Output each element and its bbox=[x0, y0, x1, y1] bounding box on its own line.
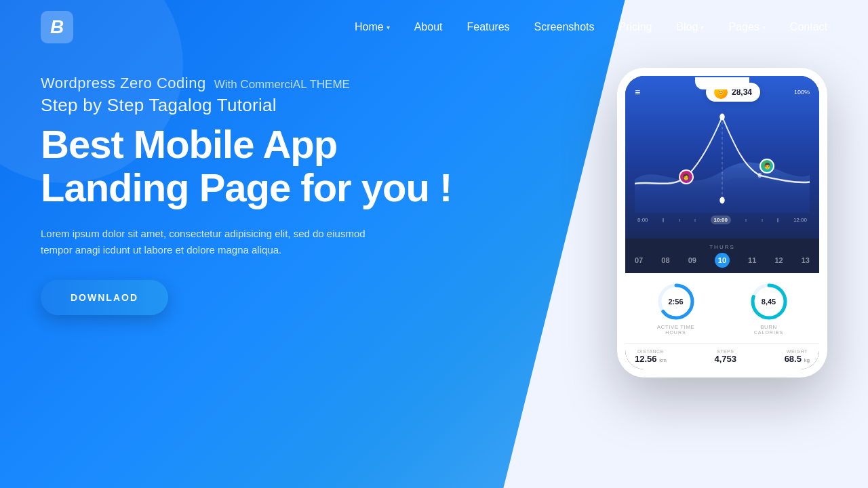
active-time-value: 2:56 bbox=[668, 298, 683, 306]
hero-line1: Wordpress Zero Coding With CommerciAL TH… bbox=[41, 75, 461, 92]
phone-outer: ≡ 100% 😊 28,34 bbox=[617, 68, 827, 378]
page-wrapper: B Home ▾ About Features Scre bbox=[0, 0, 868, 488]
chevron-down-icon: ▾ bbox=[762, 24, 766, 31]
hero-subtitle-suffix: With CommerciAL THEME bbox=[214, 78, 350, 92]
stats-row: 2:56 Active time HOURS bbox=[625, 273, 819, 343]
stat-circle-active: 2:56 bbox=[656, 281, 696, 322]
nav-link-pages[interactable]: Pages ▾ bbox=[728, 21, 765, 33]
cal-day-12: 12 bbox=[774, 256, 783, 264]
svg-point-2 bbox=[719, 197, 724, 204]
cal-day-11: 11 bbox=[748, 256, 756, 264]
nav-link-contact[interactable]: Contact bbox=[790, 21, 827, 33]
svg-point-1 bbox=[719, 114, 724, 121]
nav-link-about[interactable]: About bbox=[414, 21, 443, 33]
download-button[interactable]: DOWNLAOD bbox=[41, 280, 168, 315]
cal-day-07: 07 bbox=[635, 256, 643, 264]
time-label-12: 12:00 bbox=[793, 217, 807, 223]
navbar: B Home ▾ About Features Scre bbox=[0, 0, 868, 54]
phone-screen: ≡ 100% 😊 28,34 bbox=[625, 76, 819, 369]
distance-label: Distance bbox=[635, 349, 667, 354]
nav-item-blog[interactable]: Blog ▾ bbox=[676, 21, 704, 33]
hero-subtitle-main: Wordpress Zero Coding bbox=[41, 75, 206, 92]
distance-value: 12.56 km bbox=[635, 354, 667, 364]
time-slider: 8:00 10:00 12:00 bbox=[635, 216, 810, 224]
calendar-days-row: 07 08 09 10 11 bbox=[635, 253, 810, 268]
nav-link-pricing[interactable]: Pricing bbox=[619, 21, 652, 33]
chart-area: 👩 👨 bbox=[635, 104, 810, 213]
cal-day-13: 13 bbox=[802, 256, 810, 264]
phone-mockup: ≡ 100% 😊 28,34 bbox=[617, 68, 827, 378]
nav-item-about[interactable]: About bbox=[414, 21, 443, 33]
phone-screen-chart: ≡ 100% 😊 28,34 bbox=[625, 76, 819, 239]
stat-weight: Weight 68.5 kg bbox=[785, 349, 810, 364]
phone-notch bbox=[695, 77, 749, 89]
stat-steps: Steps 4,753 bbox=[714, 349, 736, 364]
nav-link-home[interactable]: Home ▾ bbox=[355, 21, 390, 33]
steps-label: Steps bbox=[714, 349, 736, 354]
cal-day-09: 09 bbox=[688, 256, 696, 264]
stat-burn: 8,45 Burn CALORIES bbox=[725, 281, 812, 335]
weight-label: Weight bbox=[785, 349, 810, 354]
phone-signal: 100% bbox=[794, 89, 810, 96]
calendar-month-label: THURS bbox=[635, 244, 810, 250]
burn-value: 8,45 bbox=[762, 298, 776, 306]
chevron-down-icon: ▾ bbox=[387, 24, 390, 31]
time-label-active: 10:00 bbox=[711, 216, 731, 224]
nav-link-blog[interactable]: Blog ▾ bbox=[676, 21, 704, 33]
nav-item-pages[interactable]: Pages ▾ bbox=[728, 21, 765, 33]
stat-circle-burn: 8,45 bbox=[749, 281, 789, 322]
logo[interactable]: B bbox=[41, 11, 73, 43]
hero-title: Best Mobile App Landing Page for you ! bbox=[41, 123, 461, 209]
active-time-unit: HOURS bbox=[665, 330, 686, 335]
chevron-down-icon: ▾ bbox=[701, 24, 704, 31]
logo-letter: B bbox=[41, 11, 73, 43]
stat-active-time: 2:56 Active time HOURS bbox=[632, 281, 719, 335]
time-label-8: 8:00 bbox=[637, 217, 648, 223]
nav-item-pricing[interactable]: Pricing bbox=[619, 21, 652, 33]
weight-value: 68.5 kg bbox=[785, 354, 810, 364]
svg-point-4 bbox=[758, 173, 762, 178]
nav-link-screenshots[interactable]: Screenshots bbox=[534, 21, 595, 33]
nav-link-features[interactable]: Features bbox=[467, 21, 509, 33]
nav-links: Home ▾ About Features Screenshots bbox=[355, 21, 827, 33]
hamburger-icon: ≡ bbox=[635, 87, 640, 98]
burn-unit: CALORIES bbox=[754, 330, 783, 335]
stat-distance: Distance 12.56 km bbox=[635, 349, 667, 364]
burn-label: Burn bbox=[760, 324, 777, 330]
nav-item-features[interactable]: Features bbox=[467, 21, 509, 33]
chart-avatar-left: 👩 bbox=[679, 169, 694, 184]
nav-item-contact[interactable]: Contact bbox=[790, 21, 827, 33]
hero-description: Lorem ipsum dolor sit amet, consectetur … bbox=[41, 226, 366, 258]
nav-item-screenshots[interactable]: Screenshots bbox=[534, 21, 595, 33]
calendar-section: THURS 07 08 09 10 bbox=[625, 239, 819, 273]
bottom-stats-row: Distance 12.56 km Steps 4,753 Weight 68.… bbox=[625, 343, 819, 369]
cal-day-10: 10 bbox=[715, 253, 730, 268]
nav-item-home[interactable]: Home ▾ bbox=[355, 21, 390, 33]
cal-day-08: 08 bbox=[661, 256, 669, 264]
hero-tagline: Step by Step Tagalog Tutorial bbox=[41, 95, 461, 116]
active-time-label: Active time bbox=[657, 324, 695, 330]
steps-value: 4,753 bbox=[714, 354, 736, 364]
